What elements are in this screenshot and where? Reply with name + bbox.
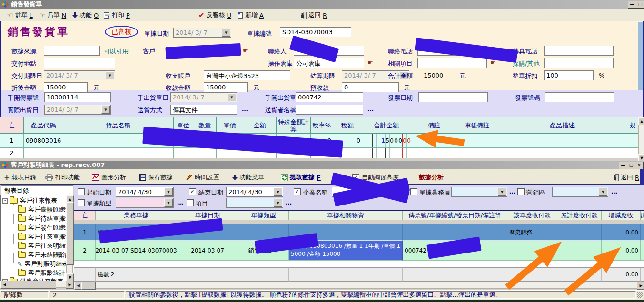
manual-no-input[interactable]: 000742 xyxy=(296,92,363,102)
chevron-down-icon[interactable]: ▼ xyxy=(106,71,114,79)
shipper-more-button[interactable]: … xyxy=(367,106,374,113)
add-new-button[interactable]: 新增A xyxy=(237,11,264,19)
collapse-icon[interactable]: - xyxy=(2,198,8,204)
fetch-data-button[interactable]: 提取數據F xyxy=(281,173,321,182)
discounted-input[interactable]: 15000 xyxy=(44,82,88,92)
customer-picker-icon[interactable]: ☛ xyxy=(243,47,248,54)
scrollbar-thumb[interactable] xyxy=(81,282,96,290)
region-more-button[interactable]: … xyxy=(611,188,617,195)
prev-doc-button[interactable]: ☜ 前單L xyxy=(7,11,33,19)
account-input[interactable]: 台灣中小企銀3523 xyxy=(204,70,290,80)
warehouse-picker-icon[interactable]: ☛ xyxy=(367,59,373,66)
tree-item[interactable]: 客戶臺帳匯總報 xyxy=(18,205,71,214)
end-date-checkbox[interactable]: ✓ xyxy=(189,188,196,195)
procure-input[interactable] xyxy=(544,58,614,68)
function-menu-button-w2[interactable]: 功能菜單 xyxy=(232,173,264,182)
project-input[interactable] xyxy=(417,58,487,68)
invoice-date-input[interactable] xyxy=(418,92,488,102)
salesman-more-button[interactable]: … xyxy=(509,188,515,195)
window2-titlebar[interactable]: 客戶對賬明細表 - rep.recv.007 xyxy=(0,161,644,169)
ship-method-input[interactable]: 傳真文件 xyxy=(170,105,237,115)
return-button-w2[interactable]: 返回R xyxy=(613,173,639,182)
scrollbar-thumb[interactable] xyxy=(66,202,74,265)
window1-titlebar[interactable]: 銷售發貨單 xyxy=(0,0,644,9)
discount-input[interactable]: 100 xyxy=(544,70,594,80)
salesman-checkbox[interactable] xyxy=(410,188,417,195)
received-input[interactable]: 15000 xyxy=(204,82,248,92)
tree-item-selected[interactable]: ✎ 客戶對賬明細表 xyxy=(17,260,68,268)
salesman-label: 單據業務員 xyxy=(419,188,450,197)
voucher-input[interactable]: 10300114 xyxy=(44,92,111,102)
doc-no-input[interactable]: SD14-03070003 xyxy=(280,27,351,37)
function-menu-button[interactable]: 功能O xyxy=(72,11,99,19)
discounted-unit: 元 xyxy=(93,84,99,92)
time-settings-button[interactable]: 時間設置 xyxy=(186,173,219,182)
minimize-button[interactable]: — xyxy=(619,162,627,169)
chevron-down-icon[interactable]: ▼ xyxy=(274,188,282,196)
address-input[interactable] xyxy=(44,58,115,68)
resize-grip[interactable] xyxy=(637,292,643,298)
tree-item[interactable]: 客戶賬齡統計報 xyxy=(18,269,71,277)
region-select[interactable]: ▼ xyxy=(552,187,608,197)
chevron-down-icon[interactable]: ▼ xyxy=(222,29,230,37)
scroll-right-button[interactable]: ▶ xyxy=(66,281,74,289)
chevron-down-icon[interactable]: ▼ xyxy=(164,188,173,196)
manual-date-select[interactable]: 2014/ 3/ 7▼ xyxy=(170,92,237,102)
prepay-input[interactable]: 0 xyxy=(342,82,399,92)
tree-item[interactable]: 客戶發生匯總統 xyxy=(18,224,71,232)
scroll-down-button[interactable]: ▼ xyxy=(66,273,74,281)
end-date-select[interactable]: 2014/ 4/30▼ xyxy=(226,187,283,197)
scrollbar-thumb[interactable] xyxy=(8,281,56,289)
project-checkbox[interactable] xyxy=(187,199,194,206)
unapprove-button[interactable]: ✔ 反審核U xyxy=(198,11,231,19)
form-right-strip xyxy=(638,22,643,90)
invoice-no-input[interactable] xyxy=(545,92,614,102)
tree-item[interactable]: 客戶往來明細清 xyxy=(18,242,71,250)
region-checkbox[interactable] xyxy=(517,188,525,195)
return-button-w1[interactable]: 返回R xyxy=(301,11,327,19)
doctype-checkbox[interactable] xyxy=(78,199,85,206)
graph-analysis-button[interactable]: 圖形分析 xyxy=(92,173,126,182)
ship-method-more-button[interactable]: … xyxy=(242,106,248,113)
doctype-more-button[interactable]: … xyxy=(177,199,183,206)
print-button[interactable]: 打印P xyxy=(103,11,130,19)
maximize-button[interactable]: □ xyxy=(627,162,635,169)
tree-item-customer-reports[interactable]: - 客戶往來報表 xyxy=(2,196,57,205)
due-date-select[interactable]: 2014/ 3/ 7▼ xyxy=(44,70,115,80)
start-date-checkbox[interactable] xyxy=(78,188,85,195)
settle-label: 結算期限 xyxy=(310,72,335,80)
next-doc-button[interactable]: ☞ 后單N xyxy=(39,11,66,19)
item-grid-header: 稅額 xyxy=(333,117,362,134)
maximize-button[interactable]: □ xyxy=(636,1,644,9)
print-function-button[interactable]: 打印功能 xyxy=(45,173,80,182)
project-more-button[interactable]: … xyxy=(286,199,292,206)
salesman-select[interactable]: ▼ xyxy=(451,187,507,197)
chevron-down-icon[interactable]: ▼ xyxy=(274,199,282,207)
tree-item[interactable]: 客戶往來單據報 xyxy=(18,233,71,241)
enterprise-checkbox[interactable]: ✓ xyxy=(294,188,301,195)
chevron-down-icon[interactable]: ▼ xyxy=(498,188,506,196)
scroll-up-button[interactable]: ▲ xyxy=(638,117,644,125)
source-input[interactable] xyxy=(44,46,100,56)
shipper-input[interactable] xyxy=(296,105,363,115)
doc-date-select[interactable]: 2014/ 3/ 7▼ xyxy=(173,28,231,38)
minimize-button[interactable]: — xyxy=(628,1,636,9)
chevron-down-icon[interactable]: ▼ xyxy=(164,199,173,207)
save-data-button[interactable]: 保存數據 xyxy=(139,173,173,182)
ship-date-select[interactable]: 2014/ 3/ 7▼ xyxy=(44,105,111,115)
amount-digit-cell: 1500000 xyxy=(362,134,411,148)
tree-item[interactable]: 客戶待結單據清 xyxy=(18,214,71,223)
fax-input[interactable] xyxy=(544,46,614,56)
chevron-down-icon[interactable]: ▼ xyxy=(101,106,110,114)
chevron-down-icon[interactable]: ▼ xyxy=(599,188,607,196)
scroll-right-button[interactable]: ▶ xyxy=(637,282,644,290)
close-button[interactable]: ✕ xyxy=(635,162,644,169)
tree-item[interactable]: 客戶未結賬齡詳 xyxy=(18,251,71,259)
doctype-select[interactable]: ▼ xyxy=(116,198,174,208)
chevron-down-icon[interactable]: ▼ xyxy=(228,93,236,101)
save-data-label: 保存數據 xyxy=(148,173,173,182)
start-date-select[interactable]: 2014/ 4/30▼ xyxy=(116,187,174,197)
data-analysis-button[interactable]: 數據分析 xyxy=(419,173,444,182)
project-select[interactable]: ▼ xyxy=(226,198,283,208)
report-catalog-button[interactable]: + 報表目錄 xyxy=(4,173,37,182)
